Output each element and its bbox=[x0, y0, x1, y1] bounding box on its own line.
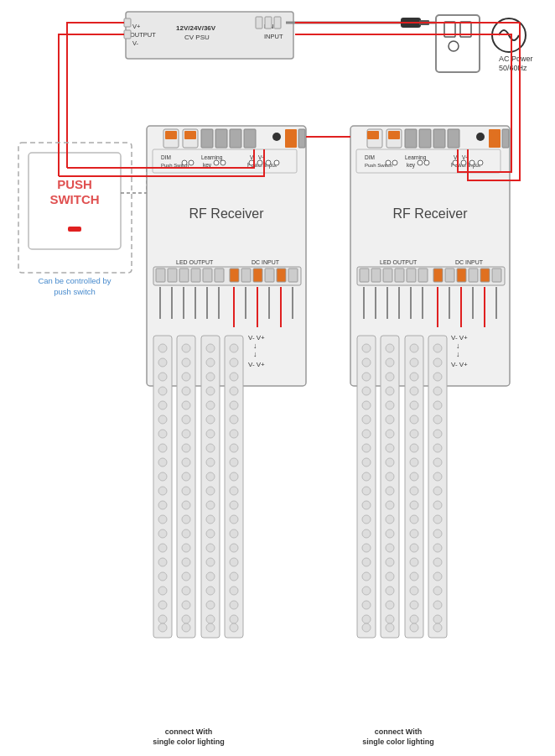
svg-text:connect With: connect With bbox=[375, 727, 422, 736]
svg-rect-219 bbox=[407, 269, 416, 282]
svg-point-251 bbox=[362, 501, 371, 509]
svg-point-250 bbox=[362, 487, 371, 495]
svg-point-288 bbox=[410, 401, 418, 409]
svg-point-266 bbox=[386, 401, 394, 409]
svg-point-264 bbox=[386, 373, 394, 381]
svg-text:LED OUTPUT: LED OUTPUT bbox=[380, 259, 418, 265]
svg-point-101 bbox=[158, 501, 167, 509]
svg-point-137 bbox=[206, 387, 215, 395]
svg-point-100 bbox=[158, 487, 167, 495]
svg-point-162 bbox=[230, 430, 238, 438]
svg-point-157 bbox=[230, 358, 238, 367]
svg-point-142 bbox=[206, 458, 215, 467]
svg-point-245 bbox=[362, 415, 371, 424]
svg-text:V- V+: V- V+ bbox=[248, 361, 265, 368]
svg-point-134 bbox=[206, 344, 215, 352]
svg-point-135 bbox=[206, 358, 215, 367]
svg-point-277 bbox=[386, 558, 394, 566]
svg-point-286 bbox=[410, 373, 418, 381]
svg-text:RF Receiver: RF Receiver bbox=[189, 206, 265, 221]
svg-rect-18 bbox=[274, 17, 281, 29]
svg-point-106 bbox=[158, 572, 167, 581]
svg-text:12V/24V/36V: 12V/24V/36V bbox=[176, 24, 216, 32]
svg-point-171 bbox=[230, 558, 238, 566]
svg-point-320 bbox=[433, 544, 442, 552]
svg-point-123 bbox=[182, 501, 190, 509]
svg-point-246 bbox=[362, 430, 371, 438]
svg-point-199 bbox=[392, 160, 397, 165]
svg-rect-72 bbox=[265, 269, 274, 282]
svg-point-132 bbox=[182, 623, 190, 632]
svg-point-161 bbox=[230, 415, 238, 424]
svg-rect-39 bbox=[244, 129, 256, 148]
svg-rect-225 bbox=[480, 269, 490, 282]
svg-point-209 bbox=[469, 160, 475, 165]
svg-text:RF Receiver: RF Receiver bbox=[393, 206, 469, 221]
svg-text:PUSH: PUSH bbox=[57, 177, 92, 191]
svg-point-324 bbox=[433, 601, 442, 609]
svg-point-281 bbox=[386, 615, 394, 623]
svg-point-192 bbox=[476, 133, 485, 141]
svg-point-259 bbox=[362, 615, 371, 623]
svg-point-126 bbox=[182, 544, 190, 552]
svg-text:INPUT: INPUT bbox=[264, 33, 283, 40]
svg-point-243 bbox=[362, 387, 371, 395]
svg-point-173 bbox=[230, 587, 238, 595]
svg-point-202 bbox=[418, 160, 423, 165]
svg-point-247 bbox=[362, 444, 371, 452]
svg-point-129 bbox=[182, 587, 190, 595]
svg-point-316 bbox=[433, 487, 442, 495]
svg-point-292 bbox=[410, 458, 418, 467]
svg-rect-42 bbox=[298, 129, 305, 148]
svg-rect-63 bbox=[156, 269, 165, 282]
svg-rect-190 bbox=[433, 129, 445, 148]
svg-text:LED OUTPUT: LED OUTPUT bbox=[176, 259, 214, 265]
svg-text:single color lighting: single color lighting bbox=[153, 738, 225, 746]
svg-text:Learning: Learning bbox=[405, 154, 427, 161]
svg-rect-70 bbox=[241, 269, 251, 282]
svg-point-198 bbox=[386, 160, 391, 165]
svg-rect-220 bbox=[418, 269, 428, 282]
svg-point-99 bbox=[158, 472, 167, 481]
svg-point-40 bbox=[272, 133, 281, 141]
svg-point-114 bbox=[182, 373, 190, 381]
svg-point-276 bbox=[386, 544, 394, 552]
svg-point-153 bbox=[206, 615, 215, 623]
svg-point-321 bbox=[433, 558, 442, 566]
svg-point-128 bbox=[182, 572, 190, 581]
svg-text:↓: ↓ bbox=[253, 350, 257, 358]
svg-rect-64 bbox=[168, 269, 177, 282]
svg-point-172 bbox=[230, 572, 238, 581]
svg-point-210 bbox=[478, 160, 483, 165]
svg-point-104 bbox=[158, 544, 167, 552]
svg-point-267 bbox=[386, 415, 394, 424]
svg-point-272 bbox=[386, 487, 394, 495]
svg-point-170 bbox=[230, 544, 238, 552]
svg-point-47 bbox=[189, 160, 194, 165]
svg-point-147 bbox=[206, 529, 215, 538]
svg-point-97 bbox=[158, 444, 167, 452]
svg-point-284 bbox=[410, 344, 418, 352]
svg-point-260 bbox=[362, 623, 371, 632]
svg-point-270 bbox=[386, 458, 394, 467]
svg-point-307 bbox=[433, 358, 442, 367]
svg-rect-186 bbox=[367, 131, 379, 139]
svg-point-105 bbox=[158, 558, 167, 566]
svg-rect-66 bbox=[191, 269, 200, 282]
svg-point-148 bbox=[206, 544, 215, 552]
svg-point-160 bbox=[230, 401, 238, 409]
svg-point-315 bbox=[433, 472, 442, 481]
svg-point-167 bbox=[230, 501, 238, 509]
svg-point-208 bbox=[461, 160, 466, 165]
svg-point-291 bbox=[410, 444, 418, 452]
svg-point-139 bbox=[206, 415, 215, 424]
svg-point-110 bbox=[158, 623, 167, 632]
svg-point-156 bbox=[230, 344, 238, 352]
svg-point-296 bbox=[410, 515, 418, 524]
svg-point-143 bbox=[206, 472, 215, 481]
svg-text:50/60Hz: 50/60Hz bbox=[499, 64, 527, 72]
svg-point-151 bbox=[206, 587, 215, 595]
svg-text:OUTPUT: OUTPUT bbox=[130, 31, 156, 39]
svg-point-317 bbox=[433, 501, 442, 509]
svg-point-249 bbox=[362, 472, 371, 481]
